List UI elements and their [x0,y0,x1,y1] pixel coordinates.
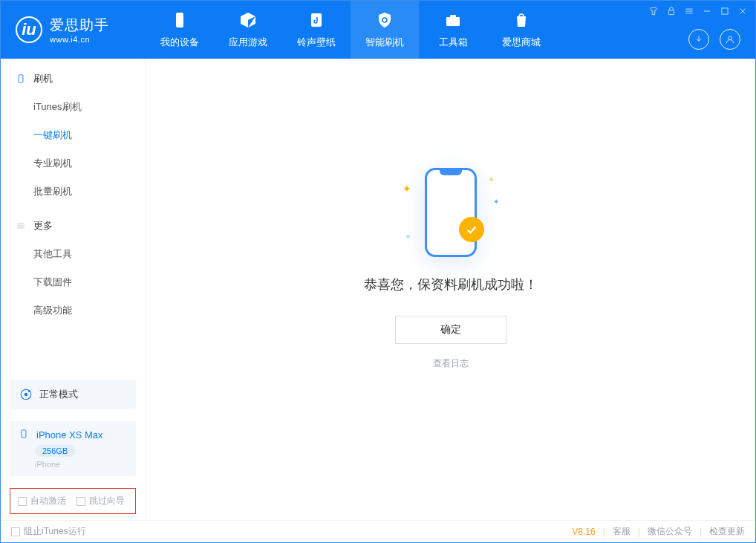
check-update-link[interactable]: 检查更新 [709,525,745,538]
svg-rect-20 [22,430,26,438]
sidebar-item-batch-flash[interactable]: 批量刷机 [1,178,145,206]
svg-rect-3 [450,15,456,18]
svg-rect-0 [176,13,183,27]
shirt-icon[interactable] [648,6,659,16]
group-title: 更多 [33,219,53,233]
sidebar-item-advanced[interactable]: 高级功能 [1,296,145,325]
tab-label: 爱思商城 [502,36,541,49]
logo-text: 爱思助手 www.i4.cn [50,16,109,44]
tab-smart-flash[interactable]: 智能刷机 [351,1,419,59]
device-name-row: iPhone XS Max [19,429,127,440]
sidebar-group-flash: 刷机 [1,59,145,93]
tab-label: 智能刷机 [365,36,404,49]
wechat-link[interactable]: 微信公众号 [648,525,692,538]
sidebar-item-download-firmware[interactable]: 下载固件 [1,268,145,296]
sidebar-item-pro-flash[interactable]: 专业刷机 [1,149,145,178]
app-site: www.i4.cn [50,35,109,44]
music-file-icon [307,11,325,31]
dot-icon [406,235,410,238]
svg-point-19 [28,390,30,392]
sidebar-item-itunes-flash[interactable]: iTunes刷机 [1,93,145,121]
tab-label: 我的设备 [160,36,199,49]
checkbox-block-itunes[interactable]: 阻止iTunes运行 [11,525,86,538]
footer: 阻止iTunes运行 V8.16 | 客服 | 微信公众号 | 检查更新 [1,520,755,542]
device-icon [171,11,189,31]
tab-label: 工具箱 [439,36,468,49]
shopping-bag-icon [512,11,530,31]
logo-area: iu 爱思助手 www.i4.cn [1,1,146,59]
device-type: iPhone [35,460,127,469]
device-capacity: 256GB [35,445,75,457]
footer-right: V8.16 | 客服 | 微信公众号 | 检查更新 [572,525,745,538]
ok-button[interactable]: 确定 [395,316,506,344]
body: 刷机 iTunes刷机 一键刷机 专业刷机 批量刷机 更多 其他工具 下载固件 … [1,59,755,520]
tab-toolbox[interactable]: 工具箱 [419,1,487,59]
close-button[interactable] [737,6,748,16]
mode-label: 正常模式 [39,388,78,401]
support-link[interactable]: 客服 [613,525,630,538]
version-label: V8.16 [572,527,595,537]
phone-icon [16,74,26,84]
success-message: 恭喜您，保资料刷机成功啦！ [364,276,538,293]
tab-label: 铃声壁纸 [297,36,336,49]
cube-icon [239,11,257,31]
tab-store[interactable]: 爱思商城 [487,1,555,59]
checkbox-bar: 自动激活 跳过向导 [10,488,136,514]
device-phone-icon [19,429,30,440]
download-icon[interactable] [688,29,709,50]
tab-ringtones-wallpapers[interactable]: 铃声壁纸 [282,1,351,59]
svg-rect-1 [311,13,322,27]
lock-icon[interactable] [666,6,677,16]
checkbox-skip-guide[interactable]: 跳过向导 [76,495,125,507]
device-card[interactable]: iPhone XS Max 256GB iPhone [10,421,136,476]
view-log-link[interactable]: 查看日志 [433,357,469,370]
success-illustration: ✦ ✦ [395,164,506,261]
tab-my-device[interactable]: 我的设备 [146,1,214,59]
sidebar-group-more: 更多 [1,206,145,240]
window-controls [648,1,748,22]
sidebar-item-other-tools[interactable]: 其他工具 [1,240,145,268]
sidebar-item-oneclick-flash[interactable]: 一键刷机 [1,121,145,149]
mode-icon [19,387,33,402]
checkbox-label: 阻止iTunes运行 [24,525,86,538]
tab-label: 应用游戏 [229,36,267,49]
checkbox-box-icon [11,527,20,536]
sidebar-group2-items: 其他工具 下载固件 高级功能 [1,240,145,325]
svg-point-12 [729,36,732,40]
sidebar-group1-items: iTunes刷机 一键刷机 专业刷机 批量刷机 [1,93,145,206]
tab-apps-games[interactable]: 应用游戏 [214,1,282,59]
logo-icon: iu [16,16,42,43]
checkbox-label: 自动激活 [30,495,66,507]
phone-illustration-icon [425,168,477,257]
group-title: 刷机 [33,72,53,85]
list-icon [16,221,26,231]
device-name: iPhone XS Max [36,429,103,440]
sparkle-icon: ✦ [493,198,499,206]
sidebar: 刷机 iTunes刷机 一键刷机 专业刷机 批量刷机 更多 其他工具 下载固件 … [1,59,146,520]
svg-rect-9 [722,8,728,14]
svg-rect-2 [446,17,460,26]
svg-rect-13 [19,75,23,83]
check-badge-icon [459,217,484,242]
mode-card[interactable]: 正常模式 [10,380,136,409]
checkbox-box-icon [76,497,85,506]
checkbox-label: 跳过向导 [89,495,125,507]
shield-refresh-icon [376,11,394,31]
toolbox-icon [444,11,462,31]
checkbox-box-icon [18,497,27,506]
main-content: ✦ ✦ 恭喜您，保资料刷机成功啦！ 确定 查看日志 [146,59,755,520]
checkbox-auto-activate[interactable]: 自动激活 [18,495,66,507]
minimize-button[interactable] [702,6,712,16]
user-icon[interactable] [720,29,740,50]
app-header: iu 爱思助手 www.i4.cn 我的设备 应用游戏 铃声壁纸 智能刷机 工具… [1,1,755,59]
sparkle-icon: ✦ [403,183,411,195]
header-right-icons [688,29,740,50]
svg-point-18 [25,393,28,397]
main-tabs: 我的设备 应用游戏 铃声壁纸 智能刷机 工具箱 爱思商城 [146,1,555,59]
svg-rect-4 [669,10,674,15]
app-name: 爱思助手 [50,16,109,35]
dot-icon [489,178,493,181]
maximize-button[interactable] [720,6,730,16]
menu-icon[interactable] [684,6,694,16]
